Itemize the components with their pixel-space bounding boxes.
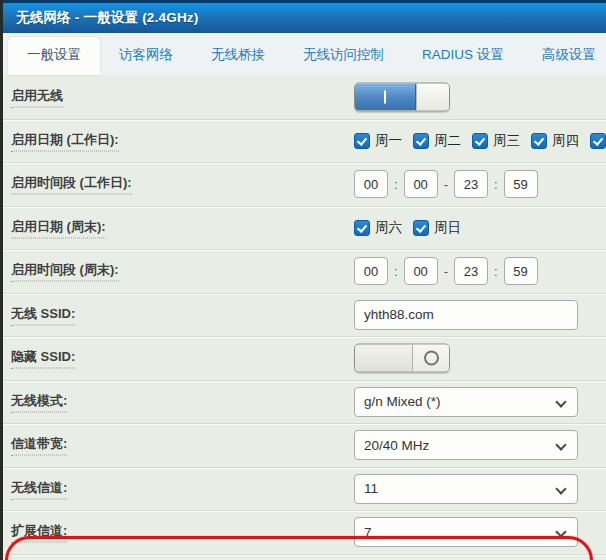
channel-bandwidth-label: 信道带宽: (11, 435, 67, 456)
page-title: 无线网络 - 一般设置 (2.4GHz) (16, 9, 199, 27)
wireless-mode-label: 无线模式: (11, 391, 67, 412)
time-separator: : (494, 264, 498, 279)
general-settings-form: 启用无线 启用日期 (工作日): 周一 周二 (3, 75, 606, 560)
row-weekend-time: 启用时间段 (周末): : - : (3, 249, 606, 293)
wireless-channel-select[interactable]: 11 (354, 474, 578, 504)
tab-wireless-bridge[interactable]: 无线桥接 (192, 37, 284, 75)
tab-wireless-access-control[interactable]: 无线访问控制 (284, 37, 403, 75)
wireless-mode-select[interactable]: g/n Mixed (*) (354, 387, 578, 417)
weekend-end-hour-input[interactable] (454, 257, 488, 285)
chevron-down-icon (555, 527, 566, 538)
row-wireless-channel: 无线信道: 11 (3, 467, 606, 511)
row-weekend-days: 启用日期 (周末): 周六 周日 (3, 206, 606, 250)
row-wireless-ssid: 无线 SSID: (3, 293, 606, 337)
checkbox-checked-icon (531, 133, 547, 149)
weekday-end-hour-input[interactable] (454, 170, 488, 198)
checkbox-monday[interactable]: 周一 (354, 132, 402, 150)
checkbox-checked-icon (590, 133, 606, 149)
weekend-time-label: 启用时间段 (周末): (11, 261, 119, 282)
toggle-knob (355, 345, 413, 372)
checkbox-checked-icon (413, 133, 429, 149)
time-range-dash: - (444, 264, 448, 279)
checkbox-sunday[interactable]: 周日 (413, 219, 461, 237)
weekend-start-minute-input[interactable] (404, 257, 438, 285)
checkbox-checked-icon (354, 133, 370, 149)
time-separator: : (394, 264, 398, 279)
row-partial (3, 554, 606, 560)
hide-ssid-toggle[interactable] (354, 344, 450, 373)
tab-general-settings[interactable]: 一般设置 (8, 37, 100, 75)
router-settings-window: 无线网络 - 一般设置 (2.4GHz) 一般设置 访客网络 无线桥接 无线访问… (0, 0, 606, 560)
check-icon (416, 222, 426, 233)
toggle-off-indicator-icon (424, 351, 439, 366)
wireless-ssid-input[interactable] (354, 300, 578, 330)
tab-bar: 一般设置 访客网络 无线桥接 无线访问控制 RADIUS 设置 高级设置 (3, 33, 606, 75)
row-extension-channel: 扩展信道: 7 (3, 510, 606, 554)
checkbox-friday[interactable]: 周五 (590, 132, 606, 150)
toggle-on-indicator-icon (384, 90, 386, 103)
check-icon (534, 135, 544, 146)
row-weekday-time: 启用时间段 (工作日): : - : (3, 162, 606, 206)
weekend-days-label: 启用日期 (周末): (11, 217, 106, 238)
weekend-start-hour-input[interactable] (354, 257, 388, 285)
wireless-channel-label: 无线信道: (11, 478, 67, 499)
chevron-down-icon (555, 440, 566, 451)
enable-wireless-label: 启用无线 (11, 86, 63, 107)
extension-channel-label: 扩展信道: (11, 522, 67, 543)
checkbox-checked-icon (472, 133, 488, 149)
checkbox-checked-icon (413, 220, 429, 236)
enable-wireless-toggle[interactable] (354, 82, 450, 111)
weekday-time-label: 启用时间段 (工作日): (11, 174, 132, 195)
time-separator: : (494, 177, 498, 192)
toggle-knob (416, 83, 449, 110)
chevron-down-icon (555, 483, 566, 494)
chevron-down-icon (555, 396, 566, 407)
checkbox-wednesday[interactable]: 周三 (472, 132, 520, 150)
toggle-off-side (413, 345, 449, 372)
weekday-start-hour-input[interactable] (354, 170, 388, 198)
weekday-start-minute-input[interactable] (404, 170, 438, 198)
checkbox-tuesday[interactable]: 周二 (413, 132, 461, 150)
hide-ssid-label: 隐藏 SSID: (11, 348, 75, 369)
row-hide-ssid: 隐藏 SSID: (3, 336, 606, 380)
check-icon (357, 222, 367, 233)
weekend-end-minute-input[interactable] (504, 257, 538, 285)
check-icon (357, 135, 367, 146)
check-icon (475, 135, 485, 146)
checkbox-checked-icon (354, 220, 370, 236)
toggle-on-side (355, 83, 416, 110)
weekday-days-label: 启用日期 (工作日): (11, 130, 119, 151)
checkbox-saturday[interactable]: 周六 (354, 219, 402, 237)
time-separator: : (394, 177, 398, 192)
weekday-end-minute-input[interactable] (504, 170, 538, 198)
extension-channel-select[interactable]: 7 (354, 517, 578, 547)
row-wireless-mode: 无线模式: g/n Mixed (*) (3, 380, 606, 424)
check-icon (593, 135, 603, 146)
wireless-ssid-label: 无线 SSID: (11, 304, 75, 325)
row-enable-wireless: 启用无线 (3, 75, 606, 119)
check-icon (416, 135, 426, 146)
tab-advanced-settings[interactable]: 高级设置 (523, 37, 606, 75)
tab-guest-network[interactable]: 访客网络 (100, 37, 192, 75)
row-weekday-days: 启用日期 (工作日): 周一 周二 周三 周四 (3, 119, 606, 163)
time-range-dash: - (444, 177, 448, 192)
page-header: 无线网络 - 一般设置 (2.4GHz) (3, 0, 606, 33)
tab-radius-settings[interactable]: RADIUS 设置 (403, 37, 523, 75)
channel-bandwidth-select[interactable]: 20/40 MHz (354, 430, 578, 460)
checkbox-thursday[interactable]: 周四 (531, 132, 579, 150)
row-channel-bandwidth: 信道带宽: 20/40 MHz (3, 423, 606, 467)
